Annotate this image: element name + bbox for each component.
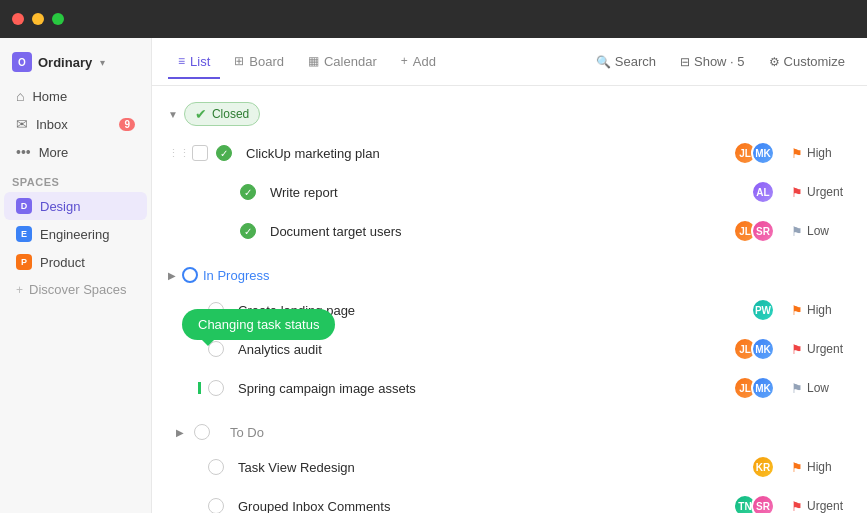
task-name: Spring campaign image assets bbox=[238, 381, 733, 396]
tab-board-label: Board bbox=[249, 54, 284, 69]
table-row[interactable]: Spring campaign image assets JL MK ⚑ Low bbox=[152, 369, 867, 408]
task-name: ClickUp marketing plan bbox=[246, 146, 733, 161]
task-priority: ⚑ Urgent bbox=[791, 185, 851, 200]
flag-icon: ⚑ bbox=[791, 381, 803, 396]
in-progress-icon bbox=[182, 267, 198, 283]
task-name: Document target users bbox=[270, 224, 733, 239]
in-progress-status-badge: In Progress bbox=[182, 267, 269, 283]
show-button[interactable]: ⊟ Show · 5 bbox=[674, 50, 751, 73]
product-space-icon: P bbox=[16, 254, 32, 270]
tab-calendar-label: Calendar bbox=[324, 54, 377, 69]
tab-board[interactable]: ⊞ Board bbox=[224, 46, 294, 79]
task-status-checkbox[interactable] bbox=[194, 424, 210, 440]
task-status-checkbox[interactable]: ✓ bbox=[216, 145, 232, 161]
sidebar-item-label: Inbox bbox=[36, 117, 68, 132]
task-status-checkbox[interactable]: ✓ bbox=[240, 223, 256, 239]
maximize-button[interactable] bbox=[52, 13, 64, 25]
task-avatars: JL MK bbox=[733, 141, 775, 165]
task-status-checkbox[interactable] bbox=[208, 498, 224, 513]
sidebar-item-label: More bbox=[39, 145, 69, 160]
group-header-closed[interactable]: ▼ ✔ Closed bbox=[152, 94, 867, 134]
show-icon: ⊟ bbox=[680, 55, 690, 69]
tab-add[interactable]: + Add bbox=[391, 46, 446, 79]
flag-icon: ⚑ bbox=[791, 499, 803, 514]
task-select-checkbox[interactable] bbox=[192, 145, 208, 161]
avatar: MK bbox=[751, 376, 775, 400]
minimize-button[interactable] bbox=[32, 13, 44, 25]
list-icon: ≡ bbox=[178, 54, 185, 68]
task-priority: ⚑ High bbox=[791, 460, 851, 475]
plus-icon: + bbox=[16, 283, 23, 297]
app-container: O Ordinary ▾ ⌂ Home ✉ Inbox 9 ••• More S… bbox=[0, 38, 867, 513]
home-icon: ⌂ bbox=[16, 88, 24, 104]
sidebar-item-product[interactable]: P Product bbox=[4, 248, 147, 276]
avatar: PW bbox=[751, 298, 775, 322]
search-icon: 🔍 bbox=[596, 55, 611, 69]
tab-list-label: List bbox=[190, 54, 210, 69]
toolbar: ≡ List ⊞ Board ▦ Calendar + Add 🔍 Search bbox=[152, 38, 867, 86]
sidebar-item-home[interactable]: ⌂ Home bbox=[4, 82, 147, 110]
chevron-right-icon: ▶ bbox=[168, 270, 176, 281]
main-content: ≡ List ⊞ Board ▦ Calendar + Add 🔍 Search bbox=[152, 38, 867, 513]
show-label: Show · 5 bbox=[694, 54, 745, 69]
toolbar-right: 🔍 Search ⊟ Show · 5 ⚙ Customize bbox=[590, 50, 851, 73]
avatar: SR bbox=[751, 494, 775, 513]
task-status-checkbox[interactable] bbox=[208, 380, 224, 396]
task-name: Write report bbox=[270, 185, 751, 200]
search-label: Search bbox=[615, 54, 656, 69]
task-name: Task View Redesign bbox=[238, 460, 751, 475]
task-avatars: PW bbox=[751, 298, 775, 322]
sidebar-item-label: Product bbox=[40, 255, 85, 270]
table-row[interactable]: Grouped Inbox Comments TN SR ⚑ Urgent bbox=[152, 487, 867, 513]
workspace-header[interactable]: O Ordinary ▾ bbox=[0, 46, 151, 82]
avatar: MK bbox=[751, 337, 775, 361]
chevron-down-icon: ▾ bbox=[100, 57, 105, 68]
discover-spaces-button[interactable]: + Discover Spaces bbox=[4, 276, 147, 303]
calendar-icon: ▦ bbox=[308, 54, 319, 68]
customize-button[interactable]: ⚙ Customize bbox=[763, 50, 851, 73]
task-priority: ⚑ Low bbox=[791, 381, 851, 396]
sidebar-item-inbox[interactable]: ✉ Inbox 9 bbox=[4, 110, 147, 138]
close-button[interactable] bbox=[12, 13, 24, 25]
table-row[interactable]: Task View Redesign KR ⚑ High bbox=[152, 448, 867, 487]
sidebar-item-label: Design bbox=[40, 199, 80, 214]
avatar: SR bbox=[751, 219, 775, 243]
avatar: KR bbox=[751, 455, 775, 479]
task-status-checkbox[interactable] bbox=[208, 459, 224, 475]
more-icon: ••• bbox=[16, 144, 31, 160]
group-header-todo[interactable]: ▶ To Do bbox=[152, 416, 867, 448]
todo-label: To Do bbox=[230, 425, 264, 440]
workspace-icon: O bbox=[12, 52, 32, 72]
engineering-space-icon: E bbox=[16, 226, 32, 242]
closed-label: Closed bbox=[212, 107, 249, 121]
tab-list[interactable]: ≡ List bbox=[168, 46, 220, 79]
sidebar: O Ordinary ▾ ⌂ Home ✉ Inbox 9 ••• More S… bbox=[0, 38, 152, 513]
drag-handle-icon: ⋮⋮ bbox=[168, 147, 190, 160]
sidebar-item-engineering[interactable]: E Engineering bbox=[4, 220, 147, 248]
task-priority: ⚑ High bbox=[791, 146, 851, 161]
task-name: Analytics audit bbox=[238, 342, 733, 357]
discover-spaces-label: Discover Spaces bbox=[29, 282, 127, 297]
task-status-checkbox[interactable]: ✓ bbox=[240, 184, 256, 200]
task-avatars: AL bbox=[751, 180, 775, 204]
inbox-badge: 9 bbox=[119, 118, 135, 131]
chevron-right-icon: ▶ bbox=[176, 427, 184, 438]
table-row[interactable]: Changing task status Analytics audit JL … bbox=[152, 330, 867, 369]
flag-icon: ⚑ bbox=[791, 303, 803, 318]
tab-add-label: Add bbox=[413, 54, 436, 69]
table-row[interactable]: ✓ Write report AL ⚑ Urgent bbox=[152, 173, 867, 212]
tab-calendar[interactable]: ▦ Calendar bbox=[298, 46, 387, 79]
sidebar-item-design[interactable]: D Design bbox=[4, 192, 147, 220]
flag-icon: ⚑ bbox=[791, 146, 803, 161]
table-row[interactable]: ⋮⋮ ✓ ClickUp marketing plan JL MK ⚑ High bbox=[152, 134, 867, 173]
flag-icon: ⚑ bbox=[791, 460, 803, 475]
gear-icon: ⚙ bbox=[769, 55, 780, 69]
task-list-content: ▼ ✔ Closed ⋮⋮ ✓ ClickUp marketing plan J… bbox=[152, 86, 867, 513]
table-row[interactable]: ✓ Document target users JL SR ⚑ Low bbox=[152, 212, 867, 251]
group-header-in-progress[interactable]: ▶ In Progress bbox=[152, 259, 867, 291]
sidebar-item-more[interactable]: ••• More bbox=[4, 138, 147, 166]
task-priority: ⚑ High bbox=[791, 303, 851, 318]
flag-icon: ⚑ bbox=[791, 342, 803, 357]
task-avatars: JL SR bbox=[733, 219, 775, 243]
search-button[interactable]: 🔍 Search bbox=[590, 50, 662, 73]
